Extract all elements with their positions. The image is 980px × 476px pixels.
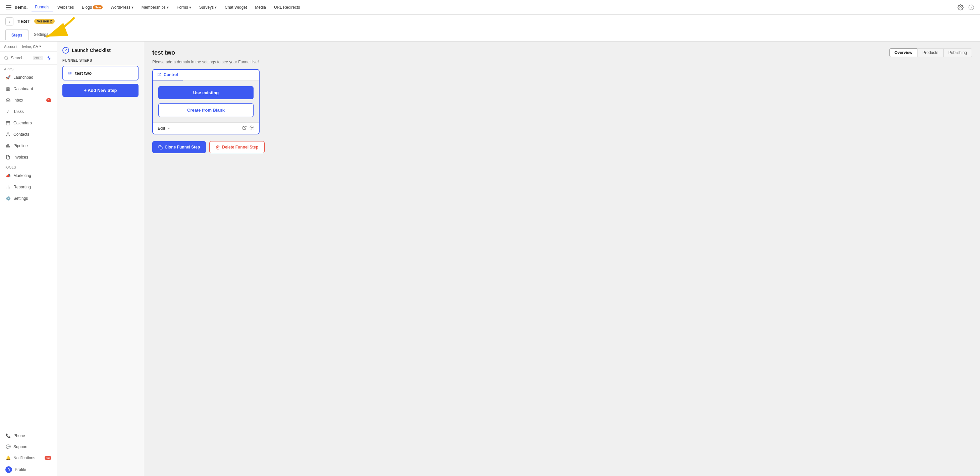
- control-tab[interactable]: Control: [153, 70, 183, 81]
- chevron-down-icon: [167, 126, 171, 130]
- action-buttons: Clone Funnel Step Delete Funnel Step: [152, 141, 972, 153]
- create-from-blank-button[interactable]: Create from Blank: [158, 103, 253, 117]
- sidebar-item-marketing[interactable]: 📣 Marketing: [2, 170, 55, 181]
- settings-card-icon[interactable]: [250, 125, 254, 131]
- sidebar-item-launchpad[interactable]: 🚀 Launchpad: [2, 72, 55, 83]
- top-nav: demo. Funnels Websites Blogs New WordPre…: [0, 0, 980, 15]
- sidebar-item-notifications[interactable]: 🔔 Notifications 13: [2, 452, 55, 463]
- nav-blogs[interactable]: Blogs New: [78, 4, 106, 11]
- sidebar-item-invoices[interactable]: Invoices: [2, 152, 55, 163]
- svg-rect-25: [160, 146, 162, 149]
- search-icon: [4, 56, 9, 60]
- add-step-button[interactable]: + Add New Step: [62, 84, 138, 97]
- edit-button[interactable]: Edit: [158, 126, 171, 131]
- dashboard-icon: [5, 86, 11, 92]
- svg-rect-1: [6, 7, 11, 8]
- sidebar-item-support[interactable]: 💬 Support: [2, 441, 55, 452]
- nav-media[interactable]: Media: [251, 4, 269, 11]
- domain-warning: Please add a domain in the settings to s…: [152, 60, 972, 64]
- right-panel-header: test two Overview Products Publishing: [152, 48, 972, 57]
- edit-bar: Edit: [153, 122, 259, 134]
- step-email-icon: ✉: [68, 70, 72, 76]
- nav-memberships[interactable]: Memberships ▾: [138, 4, 172, 11]
- svg-rect-11: [6, 87, 8, 89]
- inbox-icon: [5, 98, 11, 103]
- nav-url-redirects[interactable]: URL Redirects: [270, 4, 304, 11]
- svg-line-23: [244, 126, 246, 128]
- account-selector[interactable]: Account -- Irvine, CA ▾: [0, 41, 57, 52]
- sidebar-section-tools: Tools: [0, 163, 57, 170]
- sidebar-bottom: 📞 Phone 💬 Support 🔔 Notifications 13 D P…: [0, 430, 57, 476]
- hamburger-menu[interactable]: [4, 3, 13, 12]
- edit-actions: [242, 125, 254, 131]
- sidebar-item-calendars[interactable]: Calendars: [2, 117, 55, 129]
- tab-bar-wrapper: Steps Settings: [0, 28, 980, 41]
- app-logo: demo.: [15, 5, 27, 10]
- sidebar-item-dashboard[interactable]: Dashboard: [2, 84, 55, 94]
- tasks-icon: ✓: [5, 109, 11, 114]
- nav-surveys[interactable]: Surveys ▾: [196, 4, 220, 11]
- delete-funnel-step-button[interactable]: Delete Funnel Step: [209, 141, 265, 153]
- nav-websites[interactable]: Websites: [54, 4, 77, 11]
- check-icon: ✓: [62, 47, 69, 54]
- sidebar-item-contacts[interactable]: Contacts: [2, 129, 55, 140]
- reporting-icon: [5, 184, 11, 190]
- version-badge: Version 2: [34, 19, 54, 24]
- svg-rect-2: [6, 9, 11, 10]
- left-panel: ✓ Launch Checklist Funnel Steps ✉ test t…: [57, 41, 144, 476]
- svg-rect-0: [6, 5, 11, 6]
- page-title: TEST: [18, 18, 30, 24]
- tab-publishing[interactable]: Publishing: [943, 48, 972, 57]
- notifications-icon: 🔔: [5, 455, 11, 460]
- sidebar: Account -- Irvine, CA ▾ Search ctrl K Ap…: [0, 41, 57, 476]
- right-panel-title: test two: [152, 49, 175, 56]
- phone-icon: 📞: [5, 433, 11, 438]
- sidebar-item-settings[interactable]: ⚙️ Settings: [2, 193, 55, 204]
- calendars-icon: [5, 121, 11, 126]
- tab-steps[interactable]: Steps: [5, 30, 29, 40]
- external-link-icon[interactable]: [242, 125, 247, 131]
- tab-bar: Steps Settings: [0, 28, 980, 41]
- svg-rect-14: [6, 89, 8, 90]
- tab-overview[interactable]: Overview: [889, 48, 917, 57]
- right-panel: test two Overview Products Publishing Pl…: [144, 41, 980, 476]
- notifications-badge: 13: [45, 456, 51, 460]
- tab-settings[interactable]: Settings: [29, 30, 54, 40]
- svg-point-3: [960, 6, 962, 8]
- svg-rect-13: [8, 89, 10, 90]
- sidebar-item-tasks[interactable]: ✓ Tasks: [2, 106, 55, 117]
- svg-rect-15: [6, 121, 10, 125]
- svg-point-19: [7, 133, 9, 135]
- lightning-button[interactable]: [45, 54, 52, 62]
- nav-chat-widget[interactable]: Chat Widget: [221, 4, 250, 11]
- sidebar-item-profile[interactable]: D Profile: [2, 463, 55, 476]
- funnel-step-item[interactable]: ✉ test two: [62, 66, 138, 81]
- sidebar-item-phone[interactable]: 📞 Phone: [2, 430, 55, 441]
- nav-wordpress[interactable]: WordPress ▾: [107, 4, 137, 11]
- sidebar-item-pipeline[interactable]: Pipeline: [2, 140, 55, 151]
- clone-funnel-step-button[interactable]: Clone Funnel Step: [152, 141, 206, 153]
- settings-sidebar-icon: ⚙️: [5, 196, 11, 201]
- support-icon: 💬: [5, 444, 11, 449]
- back-button[interactable]: ‹: [5, 17, 13, 25]
- control-tab-bar: Control: [153, 70, 259, 81]
- contacts-icon: [5, 132, 11, 137]
- info-icon[interactable]: [967, 3, 976, 12]
- marketing-icon: 📣: [5, 173, 11, 178]
- clone-icon: [158, 145, 163, 149]
- nav-funnels[interactable]: Funnels: [32, 3, 52, 11]
- invoices-icon: [5, 154, 11, 160]
- search-bar[interactable]: Search ctrl K: [0, 52, 57, 65]
- svg-marker-10: [47, 55, 51, 61]
- use-existing-button[interactable]: Use existing: [158, 86, 253, 99]
- pipeline-icon: [5, 143, 11, 149]
- settings-icon[interactable]: [956, 3, 965, 12]
- flag-icon: [158, 73, 162, 77]
- funnel-steps-label: Funnel Steps: [62, 58, 138, 62]
- nav-forms[interactable]: Forms ▾: [173, 4, 194, 11]
- sidebar-item-reporting[interactable]: Reporting: [2, 182, 55, 192]
- main-layout: Account -- Irvine, CA ▾ Search ctrl K Ap…: [0, 41, 980, 476]
- svg-point-24: [251, 127, 253, 129]
- tab-products[interactable]: Products: [917, 48, 943, 57]
- sidebar-item-inbox[interactable]: Inbox 1: [2, 95, 55, 106]
